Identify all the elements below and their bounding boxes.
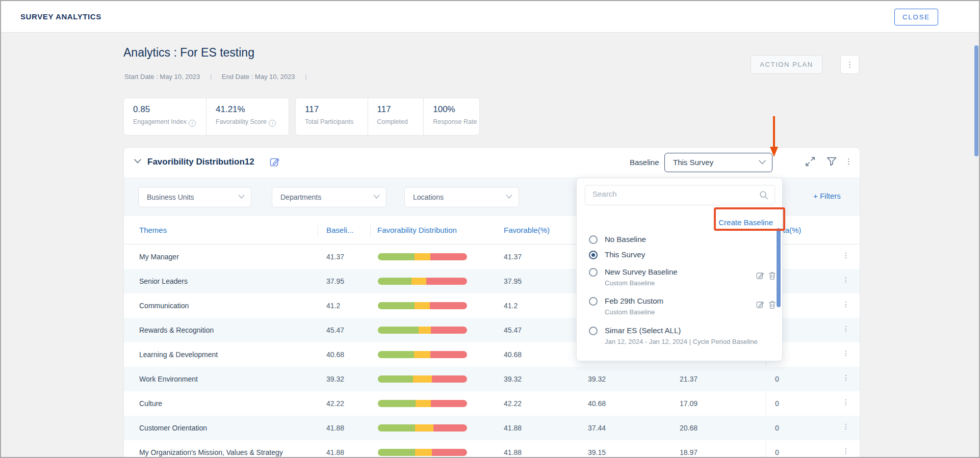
- bar-segment-unfavorable: [430, 253, 467, 260]
- column-header-favorability-distribution[interactable]: Favorability Distribution: [377, 226, 457, 234]
- edit-icon[interactable]: [756, 272, 764, 280]
- row-kebab-icon[interactable]: ⋮: [841, 422, 851, 434]
- bar-segment-unfavorable: [431, 327, 467, 334]
- baseline-label: Baseline: [630, 158, 659, 167]
- favorability-bar: [378, 327, 467, 334]
- info-icon[interactable]: i: [269, 120, 276, 127]
- favorable-cell: 41.2: [504, 302, 518, 310]
- table-row[interactable]: Work Environment 39.32 39.32 39.32 21.37…: [124, 367, 860, 391]
- favorable-cell: 41.37: [504, 253, 522, 261]
- expand-icon[interactable]: [805, 156, 815, 167]
- delta-cell: 0: [775, 424, 779, 432]
- radio-icon[interactable]: [589, 235, 598, 244]
- business-units-filter[interactable]: Business Units: [138, 187, 251, 207]
- bar-segment-neutral: [415, 424, 433, 432]
- value-cell-6: 21.37: [680, 375, 698, 383]
- filter-icon[interactable]: [827, 156, 837, 167]
- search-input[interactable]: [592, 190, 756, 198]
- baseline-cell: 41.37: [326, 253, 344, 261]
- bar-segment-neutral: [413, 375, 432, 383]
- bar-segment-unfavorable: [432, 449, 467, 456]
- row-kebab-icon[interactable]: ⋮: [841, 373, 851, 385]
- info-icon[interactable]: i: [189, 120, 196, 127]
- favorability-bar: [378, 278, 467, 285]
- baseline-cell: 41.88: [326, 448, 344, 456]
- table-row[interactable]: Customer Orientation 41.88 41.88 37.44 2…: [124, 416, 860, 440]
- bar-segment-favorable: [378, 351, 414, 358]
- option-label: New Survey Baseline: [605, 267, 678, 276]
- row-kebab-icon[interactable]: ⋮: [841, 300, 851, 311]
- option-label: No Baseline: [605, 235, 646, 244]
- value-cell-5: 39.32: [588, 375, 606, 383]
- page-kebab-menu-button[interactable]: ⋮: [840, 55, 859, 74]
- column-header-themes[interactable]: Themes: [139, 226, 167, 234]
- column-header-favorable[interactable]: Favorable(%): [504, 226, 550, 234]
- collapse-chevron-icon[interactable]: [134, 159, 141, 164]
- edit-title-icon[interactable]: [270, 157, 280, 167]
- row-kebab-icon[interactable]: ⋮: [841, 447, 851, 458]
- response-rate-stat: 100% Response Rate: [423, 98, 479, 135]
- table-row[interactable]: My Organization's Mission, Values & Stra…: [124, 440, 860, 458]
- favorable-cell: 42.22: [504, 399, 522, 408]
- favorability-score-label: Favorability Scorei: [216, 118, 289, 127]
- locations-filter[interactable]: Locations: [404, 187, 519, 207]
- baseline-cell: 41.2: [326, 302, 340, 310]
- delete-icon[interactable]: [768, 272, 776, 280]
- edit-icon[interactable]: [756, 301, 764, 309]
- chevron-down-icon: [759, 160, 766, 165]
- total-participants-stat: 117 Total Participants: [296, 98, 368, 135]
- total-participants-label: Total Participants: [305, 118, 368, 125]
- bar-segment-neutral: [415, 253, 430, 260]
- more-filters-link[interactable]: + Filters: [813, 192, 841, 200]
- bar-segment-unfavorable: [432, 375, 467, 383]
- favorable-cell: 41.88: [504, 448, 522, 456]
- option-sublabel: Custom Baseline: [605, 308, 655, 316]
- theme-cell: Senior Leaders: [139, 277, 188, 285]
- favorable-cell: 41.88: [504, 424, 522, 432]
- baseline-cell: 37.95: [326, 277, 344, 285]
- option-label: Feb 29th Custom: [605, 297, 663, 305]
- row-kebab-icon[interactable]: ⋮: [841, 251, 851, 262]
- locations-filter-label: Locations: [413, 193, 444, 201]
- radio-icon-selected[interactable]: [589, 251, 598, 259]
- dropdown-scrollbar-thumb[interactable]: [777, 228, 781, 307]
- option-sublabel: Jan 12, 2024 - Jan 12, 2024 | Cycle Peri…: [605, 338, 758, 345]
- bar-segment-unfavorable: [426, 278, 467, 285]
- radio-icon[interactable]: [589, 268, 598, 277]
- bar-segment-neutral: [415, 302, 430, 309]
- row-kebab-icon[interactable]: ⋮: [841, 398, 851, 409]
- favorability-bar: [378, 449, 467, 456]
- column-header-baseline[interactable]: Baseli...: [326, 226, 353, 234]
- survey-dates: Start Date : May 10, 2023 | End Date : M…: [124, 73, 315, 80]
- baseline-select[interactable]: This Survey: [664, 153, 772, 172]
- radio-icon[interactable]: [589, 297, 598, 306]
- favorability-bar: [378, 400, 467, 407]
- delete-icon[interactable]: [768, 301, 776, 309]
- date-separator: |: [210, 73, 212, 80]
- engagement-index-value: 0.85: [133, 104, 206, 115]
- bar-segment-unfavorable: [430, 302, 467, 309]
- theme-cell: Communication: [139, 302, 189, 310]
- radio-icon[interactable]: [589, 327, 598, 335]
- favorable-cell: 45.47: [504, 326, 522, 334]
- column-divider: [370, 223, 371, 236]
- window-scrollbar-thumb[interactable]: [974, 45, 978, 156]
- theme-cell: Rewards & Recognition: [139, 326, 214, 334]
- departments-filter[interactable]: Departments: [272, 187, 386, 207]
- option-actions: [756, 301, 776, 309]
- value-cell-6: 17.09: [680, 399, 698, 408]
- action-plan-button[interactable]: ACTION PLAN: [751, 55, 822, 74]
- bar-segment-favorable: [378, 302, 415, 309]
- close-button[interactable]: CLOSE: [894, 9, 938, 25]
- row-kebab-icon[interactable]: ⋮: [841, 349, 851, 360]
- panel-kebab-icon[interactable]: ⋮: [845, 157, 853, 166]
- baseline-search-box[interactable]: [585, 185, 775, 205]
- chevron-down-icon: [238, 195, 245, 199]
- row-kebab-icon[interactable]: ⋮: [841, 276, 851, 287]
- table-row[interactable]: Culture 42.22 42.22 40.68 17.09 0 ⋮: [124, 391, 860, 416]
- bar-segment-favorable: [378, 278, 411, 285]
- favorability-score-value: 41.21%: [216, 104, 289, 115]
- bar-segment-favorable: [378, 253, 415, 260]
- row-kebab-icon[interactable]: ⋮: [841, 325, 851, 336]
- annotation-arrow: [768, 115, 780, 158]
